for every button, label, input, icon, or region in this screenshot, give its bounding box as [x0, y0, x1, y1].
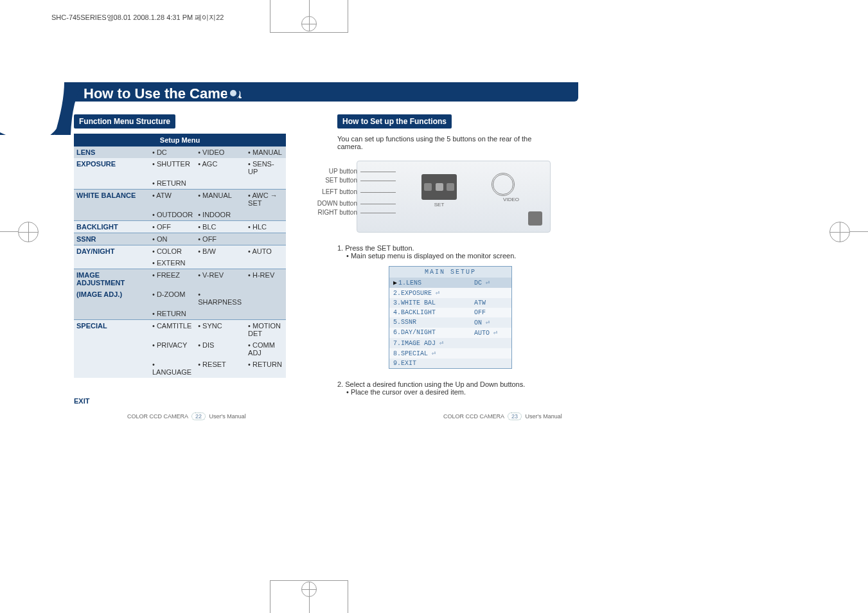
- registration-mark-left: [0, 212, 39, 251]
- table-cell: • SHARPNESS: [195, 289, 245, 308]
- video-label: VIDEO: [503, 197, 519, 202]
- table-cell: • EXTERN: [150, 257, 195, 269]
- table-cell: • RETURN: [245, 359, 286, 378]
- table-cell: • AUTO: [245, 245, 286, 258]
- connector-icon: [528, 211, 542, 226]
- footer-suffix: User's Manual: [209, 413, 246, 420]
- diagram-label-set: SET button: [306, 177, 357, 184]
- table-cell: • SYNC: [195, 320, 245, 340]
- page-spread: SHC-745SERIES영08.01 2008.1.28 4:31 PM 페이…: [0, 0, 868, 613]
- osd-row: 7.IMAGE ADJ ⏎: [389, 338, 511, 348]
- table-category: (IMAGE ADJ.): [74, 289, 150, 308]
- table-cell: • RESET: [195, 359, 245, 378]
- table-category: [74, 308, 150, 320]
- right-column: How to Set up the Functions You can set …: [337, 114, 556, 396]
- footer-suffix: User's Manual: [526, 413, 562, 420]
- table-cell: • LANGUAGE: [150, 359, 195, 378]
- table-header: Setup Menu: [74, 134, 286, 147]
- table-cell: • V-REV: [195, 269, 245, 289]
- table-cell: • MANUAL: [195, 190, 245, 209]
- exit-label: EXIT: [74, 397, 286, 405]
- table-cell: [245, 257, 286, 269]
- table-cell: • DC: [150, 147, 195, 158]
- osd-row: 5.SSNRON ⏎: [389, 317, 511, 328]
- table-cell: • D-ZOOM: [150, 289, 195, 308]
- page-title: How to Use the Camera: [84, 85, 242, 102]
- table-cell: • AGC: [195, 158, 245, 177]
- table-category: SSNR: [74, 233, 150, 245]
- table-category: LENS: [74, 147, 150, 158]
- table-category: [74, 177, 150, 190]
- table-cell: • SHUTTER: [150, 158, 195, 177]
- table-cell: • AWC → SET: [245, 190, 286, 209]
- table-cell: • FREEZ: [150, 269, 195, 289]
- table-cell: • COMM ADJ: [245, 339, 286, 359]
- table-cell: • RETURN: [150, 177, 195, 190]
- diagram-label-up: UP button: [306, 168, 357, 175]
- step-1-text: 1. Press the SET button.: [337, 244, 556, 252]
- osd-row: 8.SPECIAL ⏎: [389, 348, 511, 359]
- osd-row: 9.EXIT: [389, 359, 511, 368]
- step-1: 1. Press the SET button. • Main setup me…: [337, 244, 556, 260]
- table-cell: • OFF: [150, 221, 195, 233]
- table-cell: • SENS-UP: [245, 158, 286, 177]
- table-cell: [245, 209, 286, 221]
- step-2-text: 2. Select a desired function using the U…: [337, 380, 556, 388]
- diagram-label-right: RIGHT button: [306, 209, 357, 216]
- left-column: Function Menu Structure Setup Menu LENS•…: [74, 114, 286, 405]
- step-2: 2. Select a desired function using the U…: [337, 380, 556, 396]
- step-2-sub: • Place the cursor over a desired item.: [346, 388, 556, 396]
- crop-info-text: SHC-745SERIES영08.01 2008.1.28 4:31 PM 페이…: [51, 14, 224, 21]
- table-cell: • DIS: [195, 339, 245, 359]
- table-category: BACKLIGHT: [74, 221, 150, 233]
- osd-row: 3.WHITE BALATW: [389, 298, 511, 308]
- table-cell: • H-REV: [245, 269, 286, 289]
- footer-left: COLOR CCD CAMERA 22 User's Manual: [127, 413, 246, 420]
- table-category: [74, 209, 150, 221]
- footer-right: COLOR CCD CAMERA 23 User's Manual: [443, 413, 562, 420]
- table-cell: • BLC: [195, 221, 245, 233]
- table-cell: [245, 308, 286, 320]
- table-cell: • MANUAL: [245, 147, 286, 158]
- table-category: IMAGE ADJUSTMENT: [74, 269, 150, 289]
- table-cell: • PRIVACY: [150, 339, 195, 359]
- camera-rear-diagram: UP button SET button LEFT button DOWN bu…: [357, 161, 551, 233]
- diagram-label-down: DOWN button: [306, 200, 357, 207]
- table-category: [74, 359, 150, 378]
- table-cell: [245, 233, 286, 245]
- footer-brand: COLOR CCD CAMERA: [127, 413, 188, 420]
- section-heading-left: Function Menu Structure: [74, 114, 175, 129]
- intro-text: You can set up functions using the 5 but…: [337, 135, 556, 150]
- table-category: [74, 339, 150, 359]
- registration-mark-bottom: [270, 580, 348, 613]
- osd-row: 6.DAY/NIGHTAUTO ⏎: [389, 328, 511, 338]
- table-cell: [245, 177, 286, 190]
- setup-menu-table: Setup Menu LENS• DC• VIDEO• MANUALEXPOSU…: [74, 134, 286, 378]
- dpad-icon: [421, 174, 457, 200]
- table-cell: • OUTDOOR: [150, 209, 195, 221]
- table-cell: • ON: [150, 233, 195, 245]
- page-number-right: 23: [508, 413, 522, 420]
- table-cell: [195, 177, 245, 190]
- title-bullet-icon: [227, 87, 240, 100]
- table-category: DAY/NIGHT: [74, 245, 150, 258]
- table-category: EXPOSURE: [74, 158, 150, 177]
- osd-row: ▶1.LENSDC ⏎: [389, 278, 511, 288]
- table-cell: • HLC: [245, 221, 286, 233]
- step-1-sub: • Main setup menu is displayed on the mo…: [346, 252, 556, 260]
- osd-row: 2.EXPOSURE ⏎: [389, 288, 511, 298]
- table-cell: [195, 308, 245, 320]
- table-cell: • OFF: [195, 233, 245, 245]
- table-cell: • MOTION DET: [245, 320, 286, 340]
- table-cell: [245, 289, 286, 308]
- table-category: SPECIAL: [74, 320, 150, 340]
- section-heading-right: How to Set up the Functions: [337, 114, 452, 129]
- page-number-left: 22: [191, 413, 206, 420]
- table-cell: • CAMTITLE: [150, 320, 195, 340]
- table-cell: • ATW: [150, 190, 195, 209]
- table-cell: • B/W: [195, 245, 245, 258]
- registration-mark-right: [829, 212, 868, 251]
- osd-title: MAIN SETUP: [389, 267, 511, 278]
- table-cell: • RETURN: [150, 308, 195, 320]
- table-category: [74, 257, 150, 269]
